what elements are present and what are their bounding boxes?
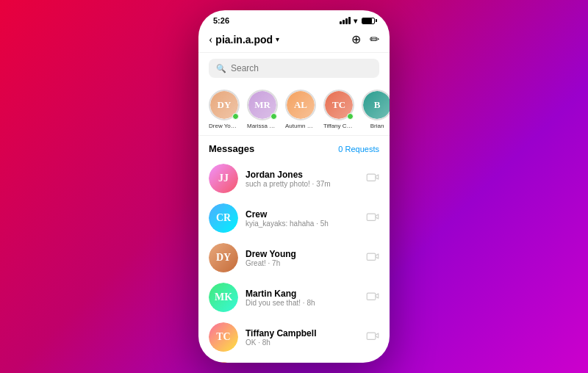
message-avatar: TC (209, 322, 238, 352)
story-avatar-wrapper: TC (323, 90, 354, 120)
message-item[interactable]: ALAutumn LopezCool!! · 1d (198, 357, 390, 363)
message-preview: such a pretty photo! · 37m (245, 180, 359, 188)
search-bar[interactable]: 🔍 (209, 59, 379, 78)
status-bar: 5:26 ▾ (198, 10, 390, 28)
svg-rect-1 (367, 214, 376, 220)
message-content: Tiffany CampbellOK · 8h (245, 328, 359, 347)
message-avatar: JJ (209, 164, 238, 193)
online-indicator (270, 113, 277, 120)
compose-icon[interactable]: ✏ (370, 32, 379, 46)
messages-title: Messages (209, 143, 254, 154)
message-content: Jordan Jonessuch a pretty photo! · 37m (245, 170, 359, 188)
message-preview: OK · 8h (245, 338, 359, 347)
message-content: Crewkyia_kayaks: hahaha · 5h (245, 209, 359, 228)
online-indicator (347, 113, 354, 120)
camera-icon[interactable] (366, 330, 379, 344)
message-item[interactable]: JJJordan Jonessuch a pretty photo! · 37m (198, 159, 390, 198)
message-item[interactable]: MKMartin KangDid you see that! · 8h (198, 278, 390, 317)
header-left: ‹ pia.in.a.pod ▾ (209, 33, 279, 46)
header: ‹ pia.in.a.pod ▾ ⊕ ✏ (198, 28, 390, 53)
story-item[interactable]: BBrian (362, 90, 390, 129)
search-input[interactable] (231, 63, 372, 73)
story-avatar: AL (285, 90, 316, 120)
svg-rect-2 (367, 253, 376, 260)
message-item[interactable]: CRCrewkyia_kayaks: hahaha · 5h (198, 198, 390, 238)
message-content: Drew YoungGreat! · 7h (245, 249, 359, 267)
svg-rect-3 (367, 293, 376, 300)
story-item[interactable]: ALAutumn Lopez (285, 90, 316, 129)
message-preview: Great! · 7h (245, 259, 359, 267)
add-chat-icon[interactable]: ⊕ (351, 32, 361, 46)
message-item[interactable]: DYDrew YoungGreat! · 7h (198, 238, 390, 278)
wifi-icon: ▾ (354, 17, 357, 25)
search-icon: 🔍 (216, 64, 226, 73)
message-preview: kyia_kayaks: hahaha · 5h (245, 220, 359, 228)
requests-link[interactable]: 0 Requests (338, 145, 379, 153)
time-display: 5:26 (213, 16, 229, 25)
message-avatar: DY (209, 243, 238, 272)
message-avatar: AL (209, 362, 238, 363)
story-name: Autumn Lopez (285, 123, 316, 129)
message-name: Drew Young (245, 249, 359, 259)
camera-icon[interactable] (366, 172, 379, 185)
camera-icon[interactable] (366, 291, 379, 304)
message-avatar: CR (209, 203, 238, 233)
message-name: Crew (245, 209, 359, 220)
messages-list: JJJordan Jonessuch a pretty photo! · 37m… (198, 159, 390, 363)
story-avatar-wrapper: AL (285, 90, 316, 120)
story-item[interactable]: DYDrew Young (209, 90, 240, 129)
channel-title: pia.in.a.pod (215, 34, 273, 46)
messages-header: Messages 0 Requests (198, 136, 390, 159)
story-item[interactable]: MRMarissa Ri... (247, 90, 278, 129)
story-avatar-wrapper: B (362, 90, 390, 120)
message-avatar: MK (209, 283, 238, 312)
phone-frame: 5:26 ▾ ‹ pia.in.a.pod ▾ ⊕ ✏ 🔍 (198, 10, 390, 363)
story-item[interactable]: TCTiffany Ca... (323, 90, 354, 129)
signal-bars-icon (340, 17, 351, 24)
story-name: Drew Young (209, 123, 240, 129)
story-name: Brian (370, 123, 384, 129)
message-item[interactable]: TCTiffany CampbellOK · 8h (198, 317, 390, 357)
messages-section: Messages 0 Requests JJJordan Jonessuch a… (198, 136, 390, 363)
message-name: Jordan Jones (245, 170, 359, 180)
online-indicator (232, 113, 239, 120)
battery-icon (362, 18, 375, 24)
story-avatar-wrapper: MR (247, 90, 278, 120)
message-name: Tiffany Campbell (245, 328, 359, 338)
status-icons: ▾ (340, 17, 375, 25)
story-avatar-wrapper: DY (209, 90, 240, 120)
message-content: Martin KangDid you see that! · 8h (245, 289, 359, 307)
camera-icon[interactable] (366, 211, 379, 225)
story-name: Marissa Ri... (247, 123, 278, 129)
header-actions: ⊕ ✏ (351, 32, 379, 46)
message-preview: Did you see that! · 8h (245, 299, 359, 307)
chevron-down-icon[interactable]: ▾ (276, 35, 279, 43)
story-avatar: B (362, 90, 390, 120)
message-name: Martin Kang (245, 289, 359, 299)
back-button[interactable]: ‹ (209, 33, 212, 46)
svg-rect-0 (367, 174, 376, 181)
stories-row: DYDrew YoungMRMarissa Ri...ALAutumn Lope… (198, 84, 390, 136)
camera-icon[interactable] (366, 251, 379, 264)
svg-rect-4 (367, 333, 376, 339)
story-name: Tiffany Ca... (323, 123, 354, 129)
